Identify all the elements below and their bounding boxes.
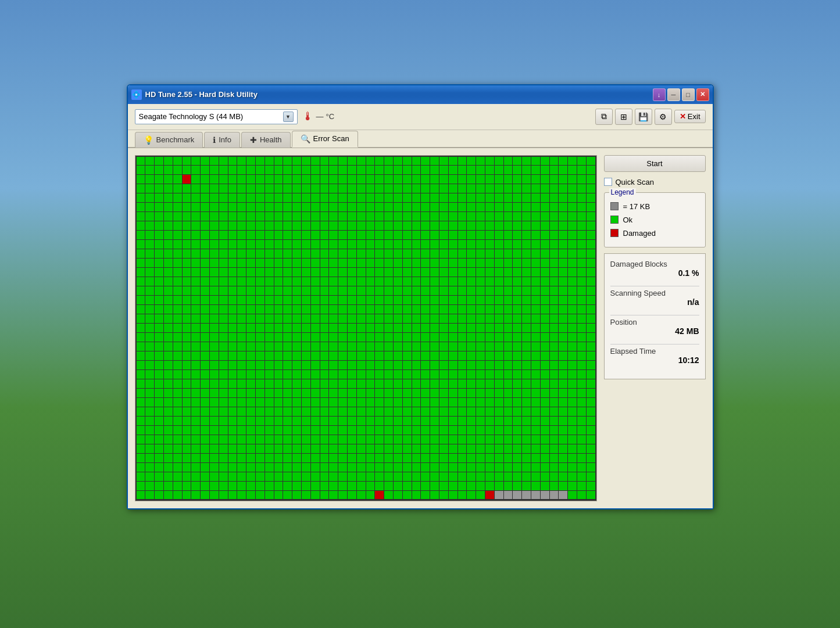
grid-cell xyxy=(412,166,421,174)
grid-cell xyxy=(485,221,494,230)
grid-cell xyxy=(292,184,301,193)
maximize-button[interactable]: □ xyxy=(682,88,695,101)
grid-cell xyxy=(183,361,191,369)
grid-cell xyxy=(137,417,145,425)
grid-cell xyxy=(439,324,448,332)
grid-cell xyxy=(155,175,163,184)
grid-cell xyxy=(338,212,347,221)
grid-cell xyxy=(541,212,549,221)
exit-button[interactable]: ✕ Exit xyxy=(674,110,706,123)
grid-cell xyxy=(320,482,329,490)
grid-cell xyxy=(403,221,412,230)
grid-cell xyxy=(541,351,549,360)
grid-cell xyxy=(550,249,559,258)
grid-cell xyxy=(219,389,228,397)
grid-cell xyxy=(228,324,237,332)
grid-cell xyxy=(274,305,283,314)
grid-cell xyxy=(283,268,292,277)
grid-cell xyxy=(302,203,310,211)
grid-cell xyxy=(394,444,402,453)
grid-cell xyxy=(183,463,191,472)
grid-cell xyxy=(164,221,173,230)
grid-cell xyxy=(449,454,457,462)
grid-cell xyxy=(228,268,237,277)
grid-cell xyxy=(292,296,301,304)
grid-cell xyxy=(384,221,393,230)
quick-scan-checkbox[interactable] xyxy=(604,178,612,186)
grid-cell xyxy=(577,463,586,472)
grid-cell xyxy=(256,249,264,258)
grid-cell xyxy=(219,157,228,166)
grid-cell xyxy=(201,175,209,184)
grid-cell xyxy=(541,454,549,462)
grid-cell xyxy=(439,314,448,323)
grid-cell xyxy=(421,221,430,230)
grid-cell xyxy=(587,351,595,360)
minimize-button[interactable]: ─ xyxy=(667,88,680,101)
tab-health[interactable]: ✚ Health xyxy=(241,132,291,148)
grid-cell xyxy=(164,268,173,277)
grid-cell xyxy=(430,417,439,425)
grid-cell xyxy=(265,277,274,286)
grid-cell xyxy=(338,305,347,314)
save-button[interactable]: 💾 xyxy=(635,109,652,125)
grid-cell xyxy=(394,203,402,211)
grid-cell xyxy=(137,444,145,453)
start-button[interactable]: Start xyxy=(604,155,706,172)
tab-error-scan-label: Error Scan xyxy=(313,134,349,143)
grid-cell xyxy=(449,333,457,342)
grid-cell xyxy=(522,491,531,500)
grid-cell xyxy=(191,472,200,481)
grid-cell xyxy=(164,166,173,174)
drive-selector[interactable]: Seagate Technology S (44 MB) ▼ xyxy=(135,109,298,124)
download-button[interactable]: ↓ xyxy=(653,88,666,101)
grid-cell xyxy=(495,240,503,249)
grid-cell xyxy=(292,444,301,453)
grid-cell xyxy=(246,389,255,397)
settings-button[interactable]: ⚙ xyxy=(655,109,672,125)
grid-cell xyxy=(329,351,338,360)
grid-cell xyxy=(348,333,356,342)
grid-cell xyxy=(191,407,200,416)
grid-cell xyxy=(155,240,163,249)
grid-cell xyxy=(311,314,320,323)
grid-cell xyxy=(403,361,412,369)
tab-info[interactable]: ℹ Info xyxy=(204,132,240,148)
close-button[interactable]: ✕ xyxy=(696,88,709,101)
grid-cell xyxy=(550,351,559,360)
grid-cell xyxy=(183,277,191,286)
grid-cell xyxy=(403,166,412,174)
grid-cell xyxy=(587,370,595,379)
grid-cell xyxy=(495,314,503,323)
grid-cell xyxy=(292,389,301,397)
grid-cell xyxy=(338,193,347,202)
copy2-button[interactable]: ⊞ xyxy=(615,109,632,125)
grid-cell xyxy=(145,166,154,174)
tabs-row: 💡 Benchmark ℹ Info ✚ Health 🔍 Error Scan xyxy=(128,130,713,148)
grid-cell xyxy=(568,370,577,379)
grid-cell xyxy=(348,417,356,425)
grid-cell xyxy=(320,333,329,342)
grid-cell xyxy=(164,379,173,388)
grid-cell xyxy=(476,296,485,304)
tab-benchmark[interactable]: 💡 Benchmark xyxy=(135,132,203,148)
copy1-button[interactable]: ⧉ xyxy=(595,109,613,125)
grid-cell xyxy=(541,324,549,332)
grid-cell xyxy=(256,435,264,444)
grid-cell xyxy=(513,342,521,351)
grid-cell xyxy=(292,193,301,202)
grid-cell xyxy=(338,268,347,277)
grid-cell xyxy=(320,212,329,221)
grid-cell xyxy=(513,379,521,388)
grid-cell xyxy=(458,184,467,193)
grid-cell xyxy=(274,333,283,342)
grid-cell xyxy=(164,435,173,444)
grid-cell xyxy=(210,277,219,286)
grid-cell xyxy=(550,268,559,277)
grid-cell xyxy=(384,286,393,295)
grid-cell xyxy=(394,398,402,407)
grid-cell xyxy=(265,454,274,462)
grid-cell xyxy=(467,463,476,472)
grid-cell xyxy=(476,240,485,249)
tab-error-scan[interactable]: 🔍 Error Scan xyxy=(292,131,358,148)
